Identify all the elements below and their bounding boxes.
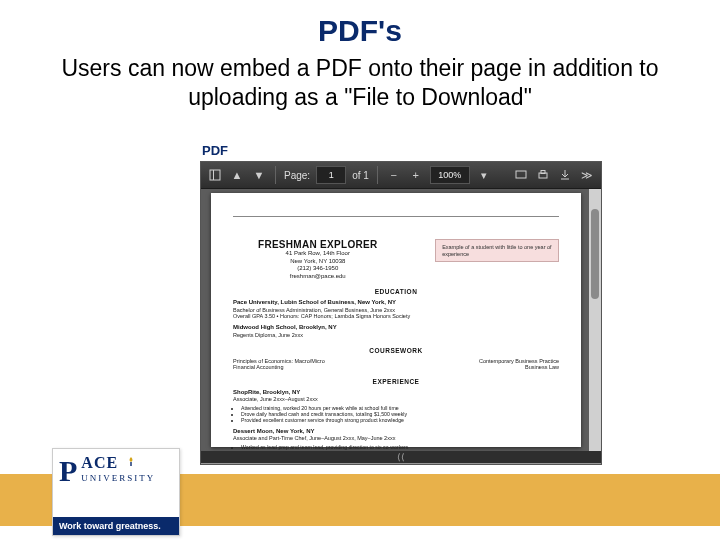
edu-line: Bachelor of Business Administration, Gen… xyxy=(233,307,559,314)
sidebar-toggle-icon[interactable] xyxy=(207,167,223,183)
contact-line: New York, NY 10038 xyxy=(233,258,403,266)
page-label: Page: xyxy=(284,170,310,181)
page-number-input[interactable] xyxy=(316,166,346,184)
section-heading: EDUCATION xyxy=(233,288,559,295)
logo-card: P ACE UNIVERSITY Work toward greatness. xyxy=(52,448,180,536)
logo-university: UNIVERSITY xyxy=(81,473,155,483)
pdf-canvas: FRESHMAN EXPLORER 41 Park Row, 14th Floo… xyxy=(201,189,601,451)
svg-rect-2 xyxy=(516,171,526,178)
print-icon[interactable] xyxy=(535,167,551,183)
contact-line: (212) 346-1950 xyxy=(233,265,403,273)
logo-text: ACE xyxy=(81,454,118,471)
bottom-bar: ⟨⟨ xyxy=(201,451,601,463)
zoom-in-icon[interactable]: + xyxy=(408,167,424,183)
edu-line: Pace University, Lubin School of Busines… xyxy=(233,299,559,307)
contact-line: 41 Park Row, 14th Floor xyxy=(233,250,403,258)
edu-line: Midwood High School, Brooklyn, NY xyxy=(233,324,559,332)
svg-rect-0 xyxy=(210,170,220,180)
slide-subtitle: Users can now embed a PDF onto their pag… xyxy=(40,54,680,112)
job-role: Associate and Part-Time Chef, June–Augus… xyxy=(233,435,559,442)
coursework-row: Financial Accounting Business Law xyxy=(233,364,559,370)
slide-title: PDF's xyxy=(0,0,720,48)
job-bullets: Attended training, worked 20 hours per w… xyxy=(233,405,559,424)
more-icon[interactable]: ≫ xyxy=(579,167,595,183)
pdf-viewer: ▲ ▼ Page: of 1 − + ▾ xyxy=(200,161,602,465)
chevron-down-icon[interactable]: ▾ xyxy=(476,167,492,183)
job-role: Associate, June 2xxx–August 2xxx xyxy=(233,396,559,403)
pdf-toolbar: ▲ ▼ Page: of 1 − + ▾ xyxy=(201,162,601,189)
pdf-label: PDF xyxy=(202,143,600,158)
section-heading: COURSEWORK xyxy=(233,347,559,354)
svg-rect-4 xyxy=(541,171,545,174)
resume-name: FRESHMAN EXPLORER xyxy=(233,239,403,250)
zoom-input[interactable] xyxy=(430,166,470,184)
contact-line: freshman@pace.edu xyxy=(233,273,403,281)
page-up-icon[interactable]: ▲ xyxy=(229,167,245,183)
job-org: Dessert Moon, New York, NY xyxy=(233,428,559,436)
edu-line: Regents Diploma, June 2xxx xyxy=(233,332,559,339)
section-heading: EXPERIENCE xyxy=(233,378,559,385)
zoom-out-icon[interactable]: − xyxy=(386,167,402,183)
torch-icon xyxy=(126,455,136,465)
pdf-page: FRESHMAN EXPLORER 41 Park Row, 14th Floo… xyxy=(211,193,581,447)
collapse-icon[interactable]: ⟨⟨ xyxy=(397,452,405,462)
page-down-icon[interactable]: ▼ xyxy=(251,167,267,183)
edu-line: Overall GPA 3.50 • Honors: CAP Honors; L… xyxy=(233,313,559,320)
logo-letter: P xyxy=(59,459,77,483)
job-org: ShopRite, Brooklyn, NY xyxy=(233,389,559,397)
download-icon[interactable] xyxy=(557,167,573,183)
callout-note: Example of a student with little to one … xyxy=(435,239,559,262)
vertical-scrollbar[interactable] xyxy=(589,189,601,451)
logo-tagline: Work toward greatness. xyxy=(53,517,179,535)
svg-rect-5 xyxy=(130,462,131,466)
page-total: of 1 xyxy=(352,170,369,181)
pdf-embed: PDF ▲ ▼ Page: of 1 − + xyxy=(200,143,600,465)
job-bullets: Worked as lead prep and team lead, provi… xyxy=(233,444,559,451)
presentation-icon[interactable] xyxy=(513,167,529,183)
